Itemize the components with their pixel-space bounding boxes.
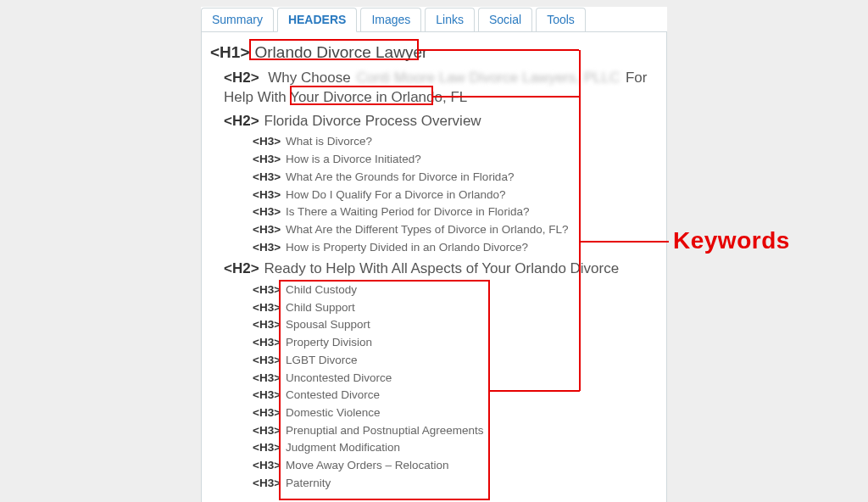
headers-panel: Summary HEADERS Images Links Social Tool… [201,7,667,502]
h2-row: <H2> Ready to Help With All Aspects of Y… [224,259,658,279]
h3-text: Move Away Orders – Relocation [286,458,449,473]
h3-row: <H3>Child Support [253,300,658,315]
h2-row: <H2> Why Choose Conti Moore Law Divorce … [224,69,658,108]
h3-text: Contested Divorce [286,388,380,403]
h3-row: <H3>Prenuptial and Postnuptial Agreement… [253,423,658,438]
h2-text: Ready to Help With All Aspects of Your O… [264,259,620,279]
h3-tag: <H3> [253,353,281,368]
h3-row: <H3>LGBT Divorce [253,353,658,368]
h3-row: <H3>Is There a Waiting Period for Divorc… [253,204,658,220]
h3-row: <H3>Child Custody [253,282,658,298]
h3-tag: <H3> [253,405,281,421]
h1-text: Orlando Divorce Lawyer [254,42,427,64]
h3-text: What Are the Grounds for Divorce in Flor… [286,170,514,185]
h3-row: <H3>Spousal Support [253,317,658,332]
h2-text: Why Choose Conti Moore Law Divorce Lawye… [224,70,647,105]
h3-tag: <H3> [253,134,281,149]
h3-text: What is Divorce? [286,134,372,149]
h3-tag: <H3> [253,300,281,315]
h3-tag: <H3> [253,423,281,438]
tab-summary[interactable]: Summary [201,8,274,32]
h3-text: How Do I Qualify For a Divorce in Orland… [286,187,506,203]
h3-tag: <H3> [253,152,281,167]
h3-tag: <H3> [253,388,281,403]
h3-text: What Are the Different Types of Divorce … [286,222,568,237]
keywords-label: Keywords [673,227,790,254]
h3-row: <H3>What Are the Different Types of Divo… [253,222,658,237]
h2-text: Florida Divorce Process Overview [264,112,481,131]
h3-row: <H3>Property Division [253,335,658,350]
h3-text: Judgment Modification [286,440,400,455]
h3-text: How is Property Divided in an Orlando Di… [286,240,528,255]
h3-row: <H3>How Do I Qualify For a Divorce in Or… [253,187,658,203]
h3-text: LGBT Divorce [286,353,358,368]
h3-tag: <H3> [253,240,281,255]
h3-text: Property Division [286,335,372,350]
tab-social[interactable]: Social [478,8,532,32]
tab-images[interactable]: Images [360,8,421,32]
h3-text: Spousal Support [286,317,370,332]
h3-row: <H3>How is a Divorce Initiated? [253,152,658,167]
h3-tag: <H3> [253,335,281,350]
redacted-text: Conti Moore Law Divorce Lawyers, PLLC [356,69,620,88]
tab-bar: Summary HEADERS Images Links Social Tool… [201,7,667,31]
h3-row: <H3>Judgment Modification [253,440,658,455]
h3-tag: <H3> [253,170,281,185]
h3-text: Paternity [286,476,331,491]
h3-row: <H3>Paternity [253,476,658,491]
h3-row: <H3>What Are the Grounds for Divorce in … [253,170,658,185]
tab-links[interactable]: Links [425,8,475,32]
h3-tag: <H3> [253,371,281,386]
h3-row: <H3>What is Divorce? [253,134,658,149]
text-fragment: Why Choose [268,70,354,86]
h2-row: <H2> Florida Divorce Process Overview [224,112,658,131]
h3-text: Child Support [286,300,355,315]
h3-tag: <H3> [253,458,281,473]
h3-row: <H3>Domestic Violence [253,405,658,421]
h3-tag: <H3> [253,282,281,298]
h3-tag: <H3> [253,476,281,491]
h3-text: Child Custody [286,282,357,298]
h3-tag: <H3> [253,440,281,455]
h3-text: Uncontested Divorce [286,371,392,386]
tab-headers[interactable]: HEADERS [277,8,357,32]
tab-tools[interactable]: Tools [536,8,586,32]
h3-row: <H3>Uncontested Divorce [253,371,658,386]
text-fragment: Divorce in Orlando, FL [323,89,467,105]
h1-row: <H1> Orlando Divorce Lawyer [210,42,658,64]
h3-text: Domestic Violence [286,405,381,421]
h3-text: Is There a Waiting Period for Divorce in… [286,204,529,220]
h3-row: <H3>Move Away Orders – Relocation [253,458,658,473]
h1-tag: <H1> [210,42,249,64]
h3-tag: <H3> [253,222,281,237]
h3-text: Prenuptial and Postnuptial Agreements [286,423,483,438]
h2-tag: <H2> [224,112,259,131]
h3-row: <H3>How is Property Divided in an Orland… [253,240,658,255]
h3-tag: <H3> [253,317,281,332]
h2-tag: <H2> [224,259,259,279]
h3-text: How is a Divorce Initiated? [286,152,421,167]
headers-list: <H1> Orlando Divorce Lawyer <H2> Why Cho… [201,31,667,502]
h3-tag: <H3> [253,187,281,203]
h3-tag: <H3> [253,204,281,220]
h3-row: <H3>Contested Divorce [253,388,658,403]
h2-tag: <H2> [224,70,259,86]
